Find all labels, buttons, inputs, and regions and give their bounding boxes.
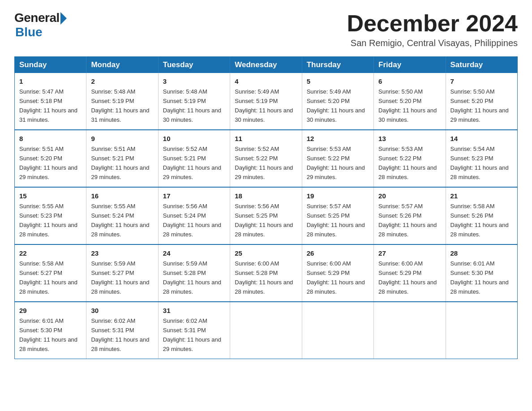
day-info: Sunrise: 5:49 AMSunset: 5:19 PMDaylight:… bbox=[235, 88, 293, 123]
logo-triangle-icon bbox=[60, 12, 67, 25]
day-number: 11 bbox=[235, 133, 297, 144]
weekday-header-row: SundayMondayTuesdayWednesdayThursdayFrid… bbox=[15, 57, 518, 73]
day-number: 6 bbox=[378, 76, 441, 86]
calendar-cell: 24 Sunrise: 5:59 AMSunset: 5:28 PMDaylig… bbox=[158, 244, 230, 302]
day-number: 26 bbox=[307, 248, 369, 258]
calendar-cell: 28 Sunrise: 6:01 AMSunset: 5:30 PMDaylig… bbox=[446, 244, 517, 302]
day-number: 1 bbox=[19, 76, 82, 86]
calendar-cell: 26 Sunrise: 6:00 AMSunset: 5:29 PMDaylig… bbox=[302, 244, 373, 302]
day-number: 24 bbox=[163, 248, 225, 258]
calendar-cell: 21 Sunrise: 5:58 AMSunset: 5:26 PMDaylig… bbox=[446, 187, 517, 244]
calendar-cell: 13 Sunrise: 5:53 AMSunset: 5:22 PMDaylig… bbox=[374, 130, 446, 187]
day-number: 25 bbox=[235, 248, 297, 258]
day-info: Sunrise: 5:56 AMSunset: 5:24 PMDaylight:… bbox=[163, 203, 221, 238]
calendar-cell: 9 Sunrise: 5:51 AMSunset: 5:21 PMDayligh… bbox=[86, 130, 158, 187]
calendar-cell: 16 Sunrise: 5:55 AMSunset: 5:24 PMDaylig… bbox=[86, 187, 158, 244]
day-number: 8 bbox=[19, 133, 82, 144]
calendar-cell: 4 Sunrise: 5:49 AMSunset: 5:19 PMDayligh… bbox=[230, 73, 302, 130]
day-info: Sunrise: 5:54 AMSunset: 5:23 PMDaylight:… bbox=[450, 146, 509, 180]
day-info: Sunrise: 5:57 AMSunset: 5:25 PMDaylight:… bbox=[307, 203, 365, 238]
day-info: Sunrise: 5:48 AMSunset: 5:19 PMDaylight:… bbox=[163, 88, 221, 123]
day-info: Sunrise: 5:52 AMSunset: 5:21 PMDaylight:… bbox=[163, 146, 221, 180]
day-info: Sunrise: 6:01 AMSunset: 5:30 PMDaylight:… bbox=[450, 260, 509, 295]
calendar-cell bbox=[446, 302, 517, 359]
day-info: Sunrise: 5:47 AMSunset: 5:18 PMDaylight:… bbox=[19, 88, 77, 123]
calendar-cell: 3 Sunrise: 5:48 AMSunset: 5:19 PMDayligh… bbox=[158, 73, 230, 130]
day-number: 10 bbox=[163, 133, 225, 144]
day-info: Sunrise: 5:53 AMSunset: 5:22 PMDaylight:… bbox=[307, 146, 365, 180]
day-info: Sunrise: 5:59 AMSunset: 5:28 PMDaylight:… bbox=[163, 260, 221, 295]
day-info: Sunrise: 6:02 AMSunset: 5:31 PMDaylight:… bbox=[91, 317, 149, 352]
day-number: 7 bbox=[450, 76, 513, 86]
day-number: 22 bbox=[19, 248, 82, 258]
calendar-cell: 17 Sunrise: 5:56 AMSunset: 5:24 PMDaylig… bbox=[158, 187, 230, 244]
location-title: San Remigio, Central Visayas, Philippine… bbox=[347, 38, 518, 48]
calendar-cell bbox=[302, 302, 373, 359]
calendar-week-row: 8 Sunrise: 5:51 AMSunset: 5:20 PMDayligh… bbox=[15, 130, 518, 187]
day-info: Sunrise: 5:52 AMSunset: 5:22 PMDaylight:… bbox=[235, 146, 293, 180]
day-info: Sunrise: 5:50 AMSunset: 5:20 PMDaylight:… bbox=[450, 88, 509, 123]
day-number: 18 bbox=[235, 191, 297, 201]
weekday-header-wednesday: Wednesday bbox=[230, 57, 302, 73]
logo-blue-text: Blue bbox=[15, 25, 43, 39]
calendar-cell: 18 Sunrise: 5:56 AMSunset: 5:25 PMDaylig… bbox=[230, 187, 302, 244]
calendar-cell: 31 Sunrise: 6:02 AMSunset: 5:31 PMDaylig… bbox=[158, 302, 230, 359]
day-info: Sunrise: 5:53 AMSunset: 5:22 PMDaylight:… bbox=[378, 146, 437, 180]
day-number: 27 bbox=[378, 248, 441, 258]
day-number: 31 bbox=[163, 305, 225, 316]
day-number: 21 bbox=[450, 191, 513, 201]
day-number: 5 bbox=[307, 76, 369, 86]
day-number: 3 bbox=[163, 76, 225, 86]
day-info: Sunrise: 6:01 AMSunset: 5:30 PMDaylight:… bbox=[19, 317, 77, 352]
calendar-cell: 1 Sunrise: 5:47 AMSunset: 5:18 PMDayligh… bbox=[15, 73, 86, 130]
calendar-cell bbox=[230, 302, 302, 359]
day-info: Sunrise: 5:55 AMSunset: 5:23 PMDaylight:… bbox=[19, 203, 77, 238]
calendar-week-row: 15 Sunrise: 5:55 AMSunset: 5:23 PMDaylig… bbox=[15, 187, 518, 244]
day-number: 19 bbox=[307, 191, 369, 201]
day-info: Sunrise: 5:55 AMSunset: 5:24 PMDaylight:… bbox=[91, 203, 149, 238]
day-number: 16 bbox=[91, 191, 153, 201]
calendar-cell: 2 Sunrise: 5:48 AMSunset: 5:19 PMDayligh… bbox=[86, 73, 158, 130]
calendar-week-row: 29 Sunrise: 6:01 AMSunset: 5:30 PMDaylig… bbox=[15, 302, 518, 359]
day-info: Sunrise: 6:00 AMSunset: 5:29 PMDaylight:… bbox=[307, 260, 365, 295]
calendar-cell: 7 Sunrise: 5:50 AMSunset: 5:20 PMDayligh… bbox=[446, 73, 517, 130]
calendar-cell: 22 Sunrise: 5:58 AMSunset: 5:27 PMDaylig… bbox=[15, 244, 86, 302]
weekday-header-monday: Monday bbox=[86, 57, 158, 73]
day-number: 20 bbox=[378, 191, 441, 201]
day-info: Sunrise: 5:58 AMSunset: 5:27 PMDaylight:… bbox=[19, 260, 77, 295]
weekday-header-friday: Friday bbox=[374, 57, 446, 73]
day-info: Sunrise: 5:59 AMSunset: 5:27 PMDaylight:… bbox=[91, 260, 149, 295]
day-number: 29 bbox=[19, 305, 82, 316]
calendar-week-row: 22 Sunrise: 5:58 AMSunset: 5:27 PMDaylig… bbox=[15, 244, 518, 302]
weekday-header-tuesday: Tuesday bbox=[158, 57, 230, 73]
day-info: Sunrise: 6:00 AMSunset: 5:28 PMDaylight:… bbox=[235, 260, 293, 295]
calendar-cell: 12 Sunrise: 5:53 AMSunset: 5:22 PMDaylig… bbox=[302, 130, 373, 187]
page-header: General Blue December 2024 San Remigio, … bbox=[14, 11, 518, 48]
day-info: Sunrise: 5:51 AMSunset: 5:21 PMDaylight:… bbox=[91, 146, 149, 180]
day-info: Sunrise: 5:58 AMSunset: 5:26 PMDaylight:… bbox=[450, 203, 509, 238]
day-number: 23 bbox=[91, 248, 153, 258]
day-info: Sunrise: 6:00 AMSunset: 5:29 PMDaylight:… bbox=[378, 260, 437, 295]
day-number: 2 bbox=[91, 76, 153, 86]
day-number: 28 bbox=[450, 248, 513, 258]
day-number: 14 bbox=[450, 133, 513, 144]
calendar-cell: 23 Sunrise: 5:59 AMSunset: 5:27 PMDaylig… bbox=[86, 244, 158, 302]
calendar-cell: 30 Sunrise: 6:02 AMSunset: 5:31 PMDaylig… bbox=[86, 302, 158, 359]
day-number: 13 bbox=[378, 133, 441, 144]
calendar-week-row: 1 Sunrise: 5:47 AMSunset: 5:18 PMDayligh… bbox=[15, 73, 518, 130]
weekday-header-saturday: Saturday bbox=[446, 57, 517, 73]
weekday-header-thursday: Thursday bbox=[302, 57, 373, 73]
day-info: Sunrise: 5:56 AMSunset: 5:25 PMDaylight:… bbox=[235, 203, 293, 238]
day-info: Sunrise: 5:57 AMSunset: 5:26 PMDaylight:… bbox=[378, 203, 437, 238]
calendar-cell: 14 Sunrise: 5:54 AMSunset: 5:23 PMDaylig… bbox=[446, 130, 517, 187]
calendar-cell: 5 Sunrise: 5:49 AMSunset: 5:20 PMDayligh… bbox=[302, 73, 373, 130]
title-area: December 2024 San Remigio, Central Visay… bbox=[347, 11, 518, 48]
logo: General Blue bbox=[14, 11, 67, 39]
calendar-cell: 27 Sunrise: 6:00 AMSunset: 5:29 PMDaylig… bbox=[374, 244, 446, 302]
calendar-cell: 15 Sunrise: 5:55 AMSunset: 5:23 PMDaylig… bbox=[15, 187, 86, 244]
calendar-cell bbox=[374, 302, 446, 359]
day-number: 9 bbox=[91, 133, 153, 144]
calendar-cell: 11 Sunrise: 5:52 AMSunset: 5:22 PMDaylig… bbox=[230, 130, 302, 187]
day-number: 30 bbox=[91, 305, 153, 316]
day-number: 17 bbox=[163, 191, 225, 201]
